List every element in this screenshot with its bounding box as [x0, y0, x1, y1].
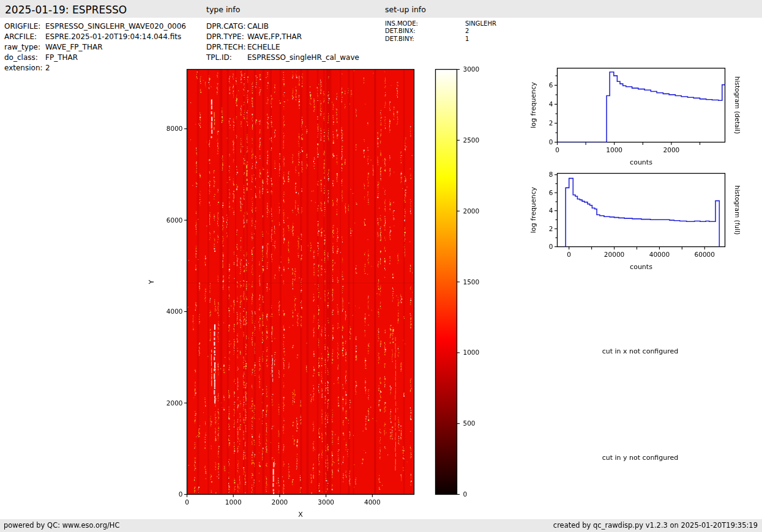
colorbar-tick-label: 2500: [463, 136, 480, 144]
field-value: ESPRESSO_SINGLEHR_WAVE020_0006: [45, 22, 186, 31]
tick-label: 6000: [166, 216, 183, 224]
histogram-detail: 0100020000246countslog frequencyhistogra…: [529, 68, 741, 166]
file-info-block: ORIGFILE:ESPRESSO_SINGLEHR_WAVE020_0006 …: [4, 21, 186, 73]
y-axis-label: Y: [148, 279, 155, 284]
tick-label: 2000: [272, 498, 288, 506]
field-label: extension:: [4, 63, 45, 73]
cut-x-message: cut in x not configured: [602, 347, 679, 355]
field-value: ESPRE.2025-01-20T19:04:14.044.fits: [45, 32, 181, 41]
field-value: 2: [465, 28, 469, 34]
file-info-row: do_class:FP_THAR: [4, 53, 186, 63]
tick-label: 0: [549, 243, 553, 250]
tick-label: 6: [549, 81, 553, 89]
page-title: 2025-01-19: ESPRESSO: [5, 4, 127, 16]
type-info-block: DPR.CATG:CALIB DPR.TYPE:WAVE,FP,THAR DPR…: [206, 21, 359, 63]
field-value: SINGLEHR: [465, 20, 496, 27]
tick-label: 8: [549, 171, 553, 178]
title-bar: 2025-01-19: ESPRESSO type info set-up in…: [0, 0, 762, 18]
tick-label: 40000: [649, 251, 670, 258]
field-value: WAVE_FP_THAR: [45, 43, 102, 51]
tick-label: 0: [567, 251, 571, 258]
cut-y-message: cut in y not configured: [602, 454, 679, 462]
file-info-row: ORIGFILE:ESPRESSO_SINGLEHR_WAVE020_0006: [4, 21, 186, 32]
type-info-header: type info: [206, 5, 240, 14]
field-value: ECHELLE: [247, 43, 280, 51]
colorbar-tick-label: 1000: [463, 349, 480, 356]
raw-detector-image: [187, 70, 414, 494]
field-label: ORIGFILE:: [4, 21, 45, 32]
right-axis-label: histogram (detail): [734, 76, 741, 134]
tick-label: 6: [549, 189, 553, 196]
tick-label: 2000: [663, 146, 680, 153]
tick-label: 20000: [604, 251, 624, 258]
colorbar-tick-label: 500: [463, 419, 476, 427]
colorbar-tick-label: 0: [463, 490, 468, 498]
field-label: DET.BINY:: [385, 35, 465, 43]
tick-label: 2: [549, 225, 553, 232]
type-info-row: DPR.TECH:ECHELLE: [206, 42, 359, 53]
right-axis-label: histogram (full): [734, 185, 741, 235]
footer-left: powered by QC: www.eso.org/HC: [4, 519, 119, 532]
tick-label: 4000: [166, 308, 183, 315]
colorbar-tick-label: 1500: [463, 278, 480, 286]
colorbar: 050010001500200025003000: [436, 65, 480, 498]
y-axis-label: log frequency: [529, 82, 537, 128]
tick-label: 4: [549, 207, 553, 214]
field-label: DPR.TECH:: [206, 42, 247, 53]
field-value: 1: [465, 35, 469, 42]
type-info-row: TPL.ID:ESPRESSO_singleHR_cal_wave: [206, 53, 359, 63]
x-axis-label: counts: [630, 158, 652, 166]
histogram-full: 020000400006000002468countslog frequency…: [529, 171, 741, 270]
tick-label: 4000: [364, 498, 381, 506]
footer-bar: powered by QC: www.eso.org/HC created by…: [0, 519, 762, 532]
file-info-row: ARCFILE:ESPRE.2025-01-20T19:04:14.044.fi…: [4, 32, 186, 42]
setup-info-row: DET.BINY:1: [385, 35, 496, 43]
setup-info-row: INS.MODE:SINGLEHR: [385, 20, 496, 28]
setup-info-row: DET.BINX:2: [385, 28, 496, 35]
setup-info-block: INS.MODE:SINGLEHR DET.BINX:2 DET.BINY:1: [385, 20, 496, 43]
tick-label: 1000: [606, 146, 622, 153]
field-value: FP_THAR: [45, 53, 78, 62]
type-info-row: DPR.TYPE:WAVE,FP,THAR: [206, 32, 359, 42]
footer-right: created by qc_rawdisp.py v1.2.3 on 2025-…: [553, 519, 758, 532]
tick-label: 0: [185, 498, 189, 506]
qc-report-page: 2025-01-19: ESPRESSO type info set-up in…: [0, 0, 762, 532]
file-info-row: extension:2: [4, 63, 186, 73]
x-axis-label: X: [298, 511, 303, 519]
colorbar-tick-label: 3000: [463, 65, 480, 73]
field-label: DPR.TYPE:: [206, 32, 247, 42]
field-label: TPL.ID:: [206, 53, 247, 63]
tick-label: 0: [179, 490, 183, 498]
tick-label: 1000: [225, 498, 242, 506]
y-axis-label: log frequency: [529, 187, 537, 233]
tick-label: 0: [555, 146, 559, 153]
field-value: ESPRESSO_singleHR_cal_wave: [247, 53, 359, 62]
field-value: CALIB: [247, 22, 269, 31]
type-info-row: DPR.CATG:CALIB: [206, 21, 359, 32]
field-label: DET.BINX:: [385, 28, 465, 35]
field-label: ARCFILE:: [4, 32, 45, 42]
field-label: do_class:: [4, 53, 45, 63]
tick-label: 0: [549, 138, 553, 146]
tick-label: 4: [549, 100, 553, 108]
tick-label: 60000: [695, 251, 715, 258]
field-value: 2: [45, 64, 50, 72]
histogram-detail-line: [558, 72, 725, 142]
tick-label: 3000: [318, 498, 334, 506]
file-info-row: raw_type:WAVE_FP_THAR: [4, 42, 186, 53]
x-axis-label: counts: [630, 263, 652, 271]
field-value: WAVE,FP,THAR: [247, 32, 302, 41]
field-label: INS.MODE:: [385, 20, 465, 28]
tick-label: 2000: [166, 399, 183, 407]
colorbar-tick-label: 2000: [463, 207, 480, 215]
field-label: DPR.CATG:: [206, 21, 247, 32]
field-label: raw_type:: [4, 42, 45, 53]
tick-label: 8000: [166, 125, 183, 132]
histogram-full-line: [564, 179, 719, 247]
setup-info-header: set-up info: [385, 5, 426, 14]
tick-label: 2: [549, 119, 553, 127]
